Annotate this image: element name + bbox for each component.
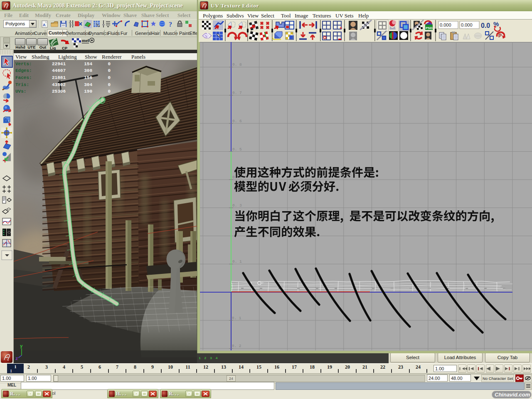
- svg-text:Edges:: Edges:: [15, 68, 32, 73]
- svg-text:0: 0: [108, 75, 111, 80]
- svg-text:mel: mel: [82, 38, 89, 43]
- svg-text:156: 156: [84, 75, 92, 80]
- svg-text:0. 6: 0. 6: [232, 119, 242, 123]
- svg-text:0. 7: 0. 7: [232, 91, 242, 95]
- svg-text:Verts:: Verts:: [15, 62, 32, 66]
- svg-text:CP: CP: [62, 46, 68, 50]
- svg-text:y: y: [20, 344, 23, 349]
- svg-text:Tris:: Tris:: [15, 82, 29, 87]
- svg-text:0: 0: [108, 62, 111, 66]
- svg-text:?: ?: [169, 21, 172, 28]
- svg-text:0. 8: 0. 8: [232, 62, 242, 67]
- svg-text:-0. 2: -0. 2: [229, 344, 241, 348]
- svg-text:304: 304: [84, 82, 92, 87]
- svg-text:Lig: Lig: [50, 46, 56, 50]
- svg-text:0. 5: 0. 5: [232, 147, 242, 152]
- svg-text:0. 1: 0. 1: [232, 259, 242, 264]
- svg-text:22941: 22941: [52, 62, 66, 66]
- svg-text:308: 308: [84, 68, 92, 73]
- svg-text:UVs:: UVs:: [15, 89, 26, 94]
- svg-text:0. 3: 0. 3: [232, 203, 242, 208]
- svg-text:44607: 44607: [52, 68, 66, 73]
- svg-text:Faces:: Faces:: [15, 75, 32, 80]
- svg-text:0: 0: [108, 89, 111, 94]
- svg-text:0: 0: [108, 82, 111, 87]
- svg-text:190: 190: [84, 89, 92, 94]
- svg-text:z: z: [15, 356, 18, 361]
- svg-text:43502: 43502: [52, 82, 66, 87]
- svg-text:154: 154: [84, 62, 92, 66]
- svg-text:0: 0: [108, 68, 111, 73]
- svg-text:25306: 25306: [52, 89, 66, 94]
- svg-text:-0. 1: -0. 1: [229, 316, 241, 320]
- svg-text:A: A: [43, 23, 46, 27]
- svg-text:21881: 21881: [52, 75, 66, 80]
